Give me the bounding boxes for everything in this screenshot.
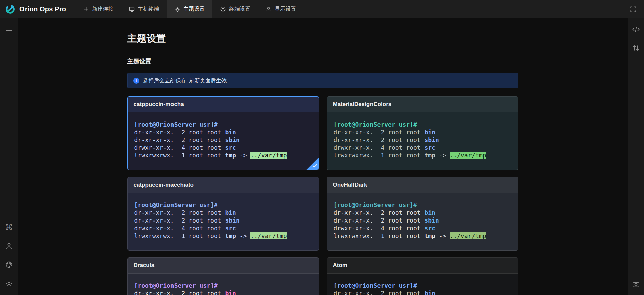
theme-terminal-preview: [root@OrionServer usr]#dr-xr-xr-x. 2 roo… [327,193,518,250]
nav-item-terminal-settings[interactable]: 终端设置 [212,0,258,18]
info-icon: i [133,78,139,84]
plus-icon [5,27,13,34]
user-icon [266,6,271,12]
prompt-text: [root@OrionServer usr]# [134,201,218,208]
link-name: tmp [225,152,236,159]
fullscreen-button[interactable] [623,0,644,18]
theme-terminal-preview: [root@OrionServer usr]#dr-xr-xr-x. 2 roo… [128,193,319,250]
terminal-text: dr-xr-xr-x. 2 root root [134,136,225,143]
terminal-text: dr-xr-xr-x. 2 root root [134,217,225,224]
sort-arrows-icon [632,44,640,52]
code-icon [632,26,640,33]
account-button[interactable] [4,241,14,251]
nav-label: 终端设置 [229,6,250,13]
terminal-line: dr-xr-xr-x. 2 root root bin [334,209,511,216]
terminal-text: dr-xr-xr-x. 2 root root [334,290,425,295]
shortcuts-button[interactable]: ⌘ [4,222,14,233]
terminal-text: dr-xr-xr-x. 2 root root [134,290,225,295]
theme-button[interactable] [4,259,14,270]
theme-card-title: Dracula [128,258,319,274]
terminal-text: drwxr-xr-x. 4 root root [334,144,425,151]
dir-name: bin [424,129,435,136]
terminal-line: drwxr-xr-x. 4 root root src [134,224,312,232]
terminal-prompt: [root@OrionServer usr]# [334,201,511,209]
palette-icon [5,261,13,268]
link-name: tmp [424,152,435,159]
theme-card-catppuccin-macchiato[interactable]: catppuccin-macchiato [root@OrionServer u… [127,177,319,251]
main-nav: 新建连接 主机终端 主题设置 终端设置 显示设置 [76,0,304,18]
link-name: tmp [225,232,236,239]
terminal-line: dr-xr-xr-x. 2 root root bin [134,209,312,216]
theme-card-catppuccin-mocha[interactable]: catppuccin-mocha [root@OrionServer usr]#… [127,96,319,170]
terminal-text: -> [236,232,250,239]
page-title: 主题设置 [127,32,518,45]
symlink-target: ../var/tmp [450,152,486,159]
terminal-text: lrwxrwxrwx. 1 root root [134,232,225,239]
app-logo-icon [5,4,16,15]
dir-name: src [225,144,236,151]
terminal-text: dr-xr-xr-x. 2 root root [334,209,425,216]
right-sidebar [628,18,644,295]
dir-name: src [225,225,236,232]
sort-button[interactable] [631,43,641,53]
nav-item-host-terminal[interactable]: 主机终端 [121,0,167,18]
terminal-text: -> [435,232,450,239]
dir-name: bin [424,209,435,216]
camera-icon [632,281,640,288]
terminal-text: dr-xr-xr-x. 2 root root [334,129,425,136]
terminal-prompt: [root@OrionServer usr]# [334,120,511,128]
user-icon [5,242,13,250]
symlink-target: ../var/tmp [450,232,486,239]
prompt-text: [root@OrionServer usr]# [334,201,417,208]
terminal-line: dr-xr-xr-x. 2 root root bin [334,128,511,136]
section-title: 主题设置 [127,57,518,65]
gear-icon [175,6,180,12]
nav-label: 主题设置 [183,6,205,13]
terminal-line: lrwxrwxrwx. 1 root root tmp -> ../var/tm… [334,232,511,240]
dir-name: bin [225,129,236,136]
theme-terminal-preview: [root@OrionServer usr]#dr-xr-xr-x. 2 roo… [128,274,319,295]
dir-name: src [424,144,435,151]
theme-card-OneHalfDark[interactable]: OneHalfDark [root@OrionServer usr]#dr-xr… [327,177,518,251]
theme-card-Dracula[interactable]: Dracula [root@OrionServer usr]#dr-xr-xr-… [127,257,319,295]
terminal-prompt: [root@OrionServer usr]# [334,282,511,289]
dir-name: sbin [424,217,439,224]
dir-name: sbin [225,136,239,143]
terminal-text: drwxr-xr-x. 4 root root [334,225,425,232]
theme-card-title: Atom [327,258,518,274]
terminal-text: dr-xr-xr-x. 2 root root [334,136,425,143]
code-view-button[interactable] [631,24,641,35]
info-alert: i 选择后会立刻保存, 刷新页面后生效 [127,73,518,88]
nav-label: 显示设置 [275,6,296,13]
terminal-text: lrwxrwxrwx. 1 root root [134,152,225,159]
theme-card-title: OneHalfDark [327,177,518,193]
nav-item-display-settings[interactable]: 显示设置 [258,0,304,18]
prompt-text: [root@OrionServer usr]# [334,121,417,128]
terminal-line: dr-xr-xr-x. 2 root root sbin [134,136,312,144]
nav-item-new-connection[interactable]: 新建连接 [76,0,121,18]
main-content: 主题设置 主题设置 i 选择后会立刻保存, 刷新页面后生效 catppuccin… [18,18,628,295]
settings-button[interactable] [4,278,14,289]
terminal-prompt: [root@OrionServer usr]# [134,120,312,128]
theme-grid: catppuccin-mocha [root@OrionServer usr]#… [127,96,518,295]
command-icon: ⌘ [5,223,13,231]
terminal-prompt: [root@OrionServer usr]# [134,282,312,289]
terminal-line: dr-xr-xr-x. 2 root root bin [134,289,312,295]
theme-terminal-preview: [root@OrionServer usr]#dr-xr-xr-x. 2 roo… [327,274,518,295]
theme-card-Atom[interactable]: Atom [root@OrionServer usr]#dr-xr-xr-x. … [327,257,518,295]
theme-card-MaterialDesignColors[interactable]: MaterialDesignColors [root@OrionServer u… [327,96,518,170]
monitor-icon [129,6,135,12]
terminal-line: dr-xr-xr-x. 2 root root sbin [334,136,511,144]
add-connection-button[interactable] [4,25,14,36]
screenshot-button[interactable] [631,279,641,290]
fullscreen-icon [630,6,637,13]
terminal-text: drwxr-xr-x. 4 root root [134,225,225,232]
terminal-text: -> [236,152,250,159]
nav-label: 主机终端 [138,6,159,13]
left-sidebar: ⌘ [0,18,18,295]
symlink-target: ../var/tmp [250,152,287,159]
nav-item-theme-settings[interactable]: 主题设置 [167,0,212,18]
navbar-spacer [304,0,623,18]
theme-card-title: catppuccin-macchiato [128,177,319,193]
gear-icon [5,280,13,287]
